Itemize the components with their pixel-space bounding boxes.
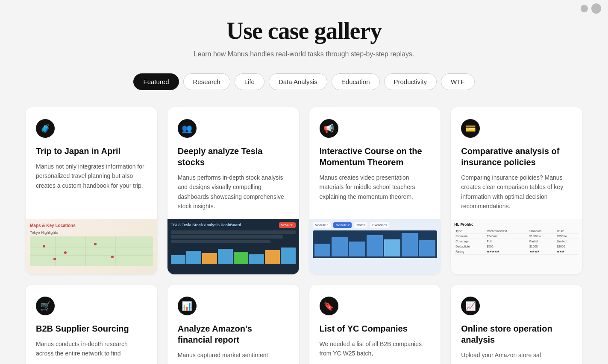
mom-bar-6 xyxy=(402,233,418,256)
filter-research[interactable]: Research xyxy=(183,73,230,90)
decorative-dots xyxy=(574,0,608,17)
bar-7 xyxy=(265,250,280,264)
ins-cell-5d: ★★★ xyxy=(555,249,579,254)
map-area xyxy=(30,236,153,266)
ins-cell-2a: Premium xyxy=(454,233,485,239)
card-amazon-financial[interactable]: 📊 Analyze Amazon's financial report Manu… xyxy=(167,285,299,364)
tesla-row-2 xyxy=(171,235,283,239)
card-desc-insurance: Comparing insurance policies? Manus crea… xyxy=(461,173,572,211)
tesla-rows xyxy=(171,230,296,243)
luggage-icon: 🧳 xyxy=(40,124,51,133)
chart-icon: 📊 xyxy=(182,302,192,310)
mom-tab-4: Exercises xyxy=(370,222,389,228)
card-icon-wrap-amazon: 📊 xyxy=(178,297,197,315)
tesla-logo-text: TSLA Tesla Stock Analysis DashBoard xyxy=(171,223,241,227)
mom-header: Module 1 Module 2 Notes Exercises xyxy=(313,222,438,228)
card-tesla-stocks[interactable]: 👥 Deeply analyze Tesla stocks Manus perf… xyxy=(167,107,299,274)
ins-row-1: Type Recommended Standard Basic xyxy=(454,229,579,234)
card-desc-yc: We needed a list of all B2B companies fr… xyxy=(320,339,431,364)
card-icon-wrap-store: 📈 xyxy=(461,297,480,315)
card-yc-companies[interactable]: 🔖 List of YC Companies We needed a list … xyxy=(309,285,441,364)
map-label: Maps & Key Locations xyxy=(30,223,153,228)
card-insurance[interactable]: 💳 Comparative analysis of insurance poli… xyxy=(451,107,582,274)
cart-icon: 🛒 xyxy=(40,302,51,310)
card-desc-store: Upload your Amazon store sal xyxy=(461,350,572,364)
ins-cell-3c: Partial xyxy=(528,239,555,244)
filter-education[interactable]: Education xyxy=(332,73,380,90)
ins-cell-5c: ★★★★ xyxy=(528,249,555,254)
ins-cell-1a: Type xyxy=(454,229,485,234)
ins-cell-3d: Limited xyxy=(555,239,579,244)
ins-title: HL Prolific xyxy=(454,222,579,227)
card-online-store[interactable]: 📈 Online store operation analysis Upload… xyxy=(451,285,582,364)
card-preview-japan: Maps & Key Locations Tokyo Highlights xyxy=(26,219,157,274)
bar-3 xyxy=(202,253,217,264)
card-title-store: Online store operation analysis xyxy=(461,323,572,345)
card-desc-amazon: Manus captured market sentiment xyxy=(178,350,289,364)
ins-cell-4b: $500 xyxy=(485,244,528,249)
page-header: Use case gallery Learn how Manus handles… xyxy=(26,17,582,58)
ins-cell-2c: $180/mo xyxy=(528,233,555,239)
bar-1 xyxy=(171,255,186,264)
card-title-b2b: B2B Supplier Sourcing xyxy=(36,323,147,334)
speaker-icon: 📢 xyxy=(323,124,334,133)
trending-icon: 📈 xyxy=(465,302,476,310)
card-title-yc: List of YC Companies xyxy=(320,323,431,334)
card-icon-insurance: 💳 xyxy=(465,124,476,133)
mom-bar-3 xyxy=(349,242,365,256)
card-title-insurance: Comparative analysis of insurance polici… xyxy=(461,146,572,168)
card-title-amazon: Analyze Amazon's financial report xyxy=(178,323,289,345)
mom-tab-2: Module 2 xyxy=(333,222,352,228)
card-title-tesla: Deeply analyze Tesla stocks xyxy=(178,146,289,168)
mom-bar-5 xyxy=(384,239,400,256)
ins-cell-2d: $95/mo xyxy=(555,233,579,239)
mom-bar-4 xyxy=(367,235,383,256)
card-momentum[interactable]: 📢 Interactive Course on the Momentum The… xyxy=(309,107,441,274)
filter-wtf[interactable]: WTF xyxy=(441,73,474,90)
bookmark-icon: 🔖 xyxy=(323,302,334,310)
bar-6 xyxy=(249,254,264,264)
map-grid xyxy=(30,236,153,266)
people-icon: 👥 xyxy=(182,124,192,133)
deco-circle-2 xyxy=(591,3,601,14)
mom-bar-2 xyxy=(332,237,348,256)
bar-2 xyxy=(186,251,201,264)
card-desc-tesla: Manus performs in-depth stock analysis a… xyxy=(178,173,289,211)
mom-bar-7 xyxy=(419,240,435,256)
ins-cell-5b: ★★★★★ xyxy=(485,249,528,254)
ins-cell-1d: Basic xyxy=(555,229,579,234)
bar-5 xyxy=(234,252,249,264)
deco-circle-1 xyxy=(581,5,588,12)
card-b2b-sourcing[interactable]: 🛒 B2B Supplier Sourcing Manus conducts i… xyxy=(26,285,157,364)
card-preview-tesla: TSLA Tesla Stock Analysis DashBoard $254… xyxy=(167,219,299,274)
map-sublabel: Tokyo Highlights xyxy=(30,230,153,235)
card-title-momentum: Interactive Course on the Momentum Theor… xyxy=(320,146,431,168)
filter-data-analysis[interactable]: Data Analysis xyxy=(269,73,327,90)
tesla-row-1 xyxy=(171,230,296,234)
ins-row-3: Coverage Full Partial Limited xyxy=(454,239,579,244)
filter-featured[interactable]: Featured xyxy=(133,73,179,90)
mom-chart xyxy=(313,230,438,258)
tesla-row-3 xyxy=(171,240,270,243)
card-desc-momentum: Manus creates video presentation materia… xyxy=(320,173,431,211)
mom-tab-1: Module 1 xyxy=(313,222,331,228)
tesla-header: TSLA Tesla Stock Analysis DashBoard $254… xyxy=(171,222,296,228)
cards-grid-row1: 🧳 Trip to Japan in April Manus not only … xyxy=(26,107,582,274)
ins-cell-5a: Rating xyxy=(454,249,485,254)
ins-cell-4a: Deductible xyxy=(454,244,485,249)
card-desc-b2b: Manus conducts in-depth research across … xyxy=(36,339,147,364)
bar-4 xyxy=(218,249,233,264)
card-icon-wrap-tesla: 👥 xyxy=(178,119,197,138)
mom-tab-3: Notes xyxy=(354,222,367,228)
ins-cell-4d: $2000 xyxy=(555,244,579,249)
bar-8 xyxy=(281,248,296,264)
filter-productivity[interactable]: Productivity xyxy=(384,73,437,90)
card-japan-trip[interactable]: 🧳 Trip to Japan in April Manus not only … xyxy=(26,107,157,274)
ins-row-4: Deductible $500 $1000 $2000 xyxy=(454,244,579,249)
ins-cell-2b: $240/mo xyxy=(485,233,528,239)
card-icon-wrap-b2b: 🛒 xyxy=(36,297,55,315)
page-subtitle: Learn how Manus handles real-world tasks… xyxy=(26,50,582,58)
filter-life[interactable]: Life xyxy=(235,73,264,90)
ins-cell-3a: Coverage xyxy=(454,239,485,244)
ins-cell-3b: Full xyxy=(485,239,528,244)
